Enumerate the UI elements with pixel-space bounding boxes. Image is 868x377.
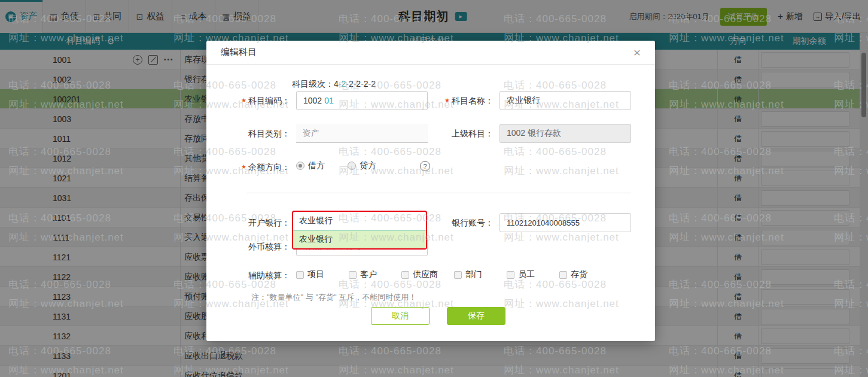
bank-account-input[interactable]: 11021201040008555	[500, 213, 631, 232]
bank-dropdown-option[interactable]: 农业银行	[293, 230, 426, 248]
parent-field-label: 上级科目：	[410, 129, 494, 139]
required-star-icon: ★	[241, 163, 246, 170]
aux-option-客户: 客户	[349, 269, 401, 280]
level-rest: -2-2-2-2	[346, 79, 376, 89]
close-icon[interactable]: ×	[634, 46, 641, 59]
aux-option-label: 供应商	[413, 269, 438, 280]
modal-divider	[247, 193, 631, 193]
name-input[interactable]: 农业银行	[500, 91, 631, 110]
code-input[interactable]: 100201	[296, 91, 428, 110]
edit-account-modal: 编辑科目 × 科目级次：4-2-2-2-2-2 ★科目编码： 100201 ★科…	[206, 41, 655, 341]
direction-field-label: ★余额方向：	[206, 162, 290, 173]
code-suffix: 01	[324, 96, 334, 105]
code-field-label: ★科目编码：	[206, 96, 290, 107]
aux-option-label: 部门	[465, 269, 482, 280]
account-level-label: 科目级次：	[292, 79, 334, 89]
checkbox-icon[interactable]	[349, 271, 357, 279]
debit-radio-label: 借方	[308, 160, 325, 171]
currency-field-label: 外币核算：	[206, 242, 290, 253]
bank-input[interactable]: 农业银行	[293, 212, 426, 230]
required-star-icon: ★	[444, 97, 450, 104]
aux-option-label: 客户	[360, 269, 377, 280]
account-level: 科目级次：4-2-2-2-2-2	[292, 79, 376, 90]
code-label-text: 科目编码：	[248, 96, 290, 105]
checkbox-icon[interactable]	[559, 271, 567, 279]
credit-radio[interactable]	[348, 162, 356, 170]
aux-checkbox-group: 项目 客户 供应商 部门 员工 存货	[296, 269, 612, 280]
modal-title: 编辑科目	[221, 47, 257, 58]
category-field-label: 科目类别：	[206, 129, 290, 139]
level-prefix: 4-	[334, 79, 341, 89]
checkbox-icon[interactable]	[296, 271, 304, 279]
required-star-icon: ★	[241, 97, 246, 104]
category-input: 资产	[296, 124, 428, 143]
aux-option-存货: 存货	[559, 269, 612, 280]
mutual-exclusion-note: 注："数量单位" 与 "存货" 互斥，不能同时使用！	[251, 292, 416, 303]
save-button[interactable]: 保存	[447, 307, 505, 325]
modal-header: 编辑科目 ×	[206, 41, 655, 65]
checkbox-icon[interactable]	[507, 271, 514, 279]
aux-option-label: 存货	[571, 269, 587, 280]
bank-field-label: 开户银行：	[206, 218, 290, 229]
aux-option-员工: 员工	[507, 269, 559, 280]
aux-option-部门: 部门	[454, 269, 507, 280]
direction-label-text: 余额方向：	[248, 162, 290, 172]
aux-option-供应商: 供应商	[401, 269, 454, 280]
aux-option-项目: 项目	[296, 269, 349, 280]
checkbox-icon[interactable]	[401, 271, 409, 279]
aux-field-label: 辅助核算：	[206, 270, 290, 281]
parent-account-input: 1002 银行存款	[500, 124, 631, 143]
aux-option-label: 项目	[307, 269, 324, 280]
bank-combo-highlighted: 农业银行 农业银行	[292, 211, 427, 250]
cancel-button[interactable]: 取消	[371, 307, 430, 325]
name-field-label: ★科目名称：	[410, 96, 494, 107]
aux-option-label: 员工	[518, 269, 535, 280]
debit-radio[interactable]	[296, 162, 304, 170]
credit-radio-label: 贷方	[360, 160, 376, 171]
direction-radio-group: 借方 贷方	[296, 160, 399, 171]
checkbox-icon[interactable]	[454, 271, 462, 279]
code-value: 1002	[303, 96, 322, 105]
name-label-text: 科目名称：	[452, 96, 494, 105]
help-icon[interactable]: ?	[420, 161, 430, 171]
